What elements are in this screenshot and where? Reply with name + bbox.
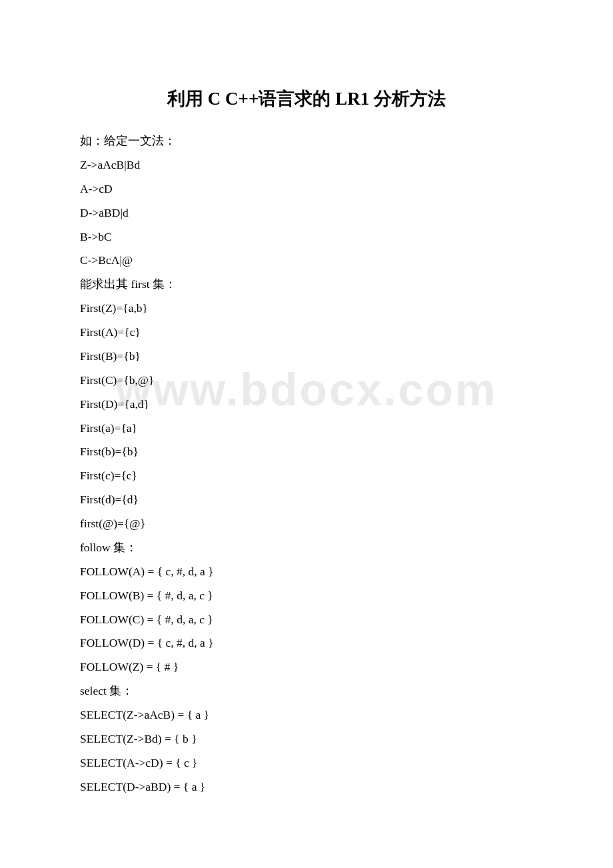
text-line: First(a)={a} xyxy=(80,417,533,441)
text-line: First(B)={b} xyxy=(80,345,533,369)
text-line: First(d)={d} xyxy=(80,488,533,512)
text-line: SELECT(D->aBD) = { a } xyxy=(80,775,533,799)
text-line: FOLLOW(D) = { c, #, d, a } xyxy=(80,631,533,655)
text-line: B->bC xyxy=(80,225,533,249)
text-line: SELECT(A->cD) = { c } xyxy=(80,751,533,775)
document-title: 利用 C C++语言求的 LR1 分析方法 xyxy=(80,87,533,111)
text-line: first(@)={@} xyxy=(80,512,533,536)
text-line: FOLLOW(C) = { #, d, a, c } xyxy=(80,608,533,632)
text-line: select 集： xyxy=(80,679,533,703)
text-line: SELECT(Z->aAcB) = { a } xyxy=(80,703,533,727)
text-line: FOLLOW(Z) = { # } xyxy=(80,655,533,679)
text-line: FOLLOW(B) = { #, d, a, c } xyxy=(80,584,533,608)
text-line: D->aBD|d xyxy=(80,201,533,225)
text-line: First(c)={c} xyxy=(80,464,533,488)
document-page: 利用 C C++语言求的 LR1 分析方法 如：给定一文法：Z->aAcB|Bd… xyxy=(0,0,613,839)
text-line: First(Z)={a,b} xyxy=(80,297,533,321)
text-line: Z->aAcB|Bd xyxy=(80,153,533,177)
text-line: First(A)={c} xyxy=(80,321,533,345)
text-line: First(D)={a,d} xyxy=(80,393,533,417)
text-line: C->BcA|@ xyxy=(80,249,533,273)
text-line: FOLLOW(A) = { c, #, d, a } xyxy=(80,560,533,584)
text-line: First(C)={b,@} xyxy=(80,369,533,393)
text-line: follow 集： xyxy=(80,536,533,560)
text-line: A->cD xyxy=(80,177,533,201)
text-line: First(b)={b} xyxy=(80,440,533,464)
document-body: 如：给定一文法：Z->aAcB|BdA->cDD->aBD|dB->bCC->B… xyxy=(80,129,533,799)
text-line: SELECT(Z->Bd) = { b } xyxy=(80,727,533,751)
text-line: 如：给定一文法： xyxy=(80,129,533,153)
text-line: 能求出其 first 集： xyxy=(80,273,533,297)
